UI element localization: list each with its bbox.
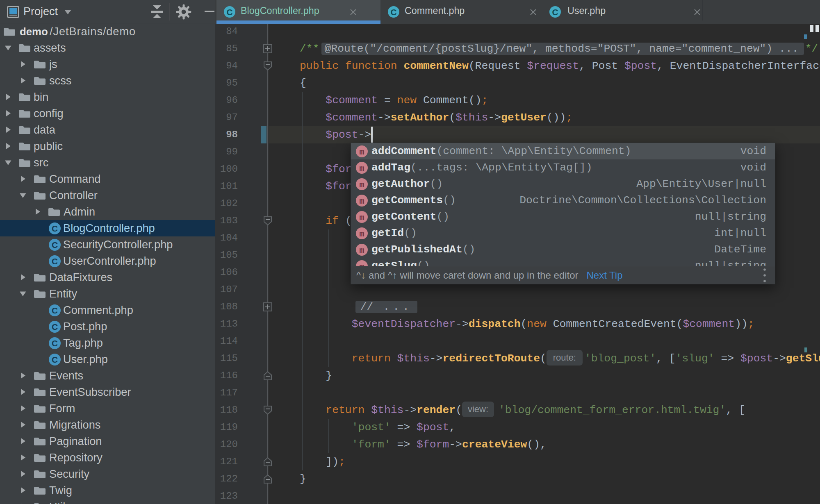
svg-text:m: m	[359, 180, 364, 190]
svg-text:m: m	[359, 164, 364, 173]
svg-text:C: C	[52, 355, 58, 364]
svg-text:m: m	[359, 197, 364, 206]
svg-text:C: C	[226, 7, 232, 17]
svg-text:m: m	[359, 148, 364, 157]
svg-text:C: C	[552, 7, 558, 17]
svg-text:m: m	[359, 229, 364, 239]
svg-text:C: C	[52, 338, 58, 348]
svg-text:C: C	[52, 240, 58, 250]
svg-text:C: C	[52, 322, 58, 331]
svg-text:m: m	[359, 246, 364, 255]
svg-text:C: C	[52, 257, 58, 266]
svg-text:C: C	[52, 306, 58, 315]
svg-text:C: C	[52, 224, 58, 233]
svg-text:C: C	[390, 7, 396, 17]
svg-text:m: m	[359, 213, 364, 222]
